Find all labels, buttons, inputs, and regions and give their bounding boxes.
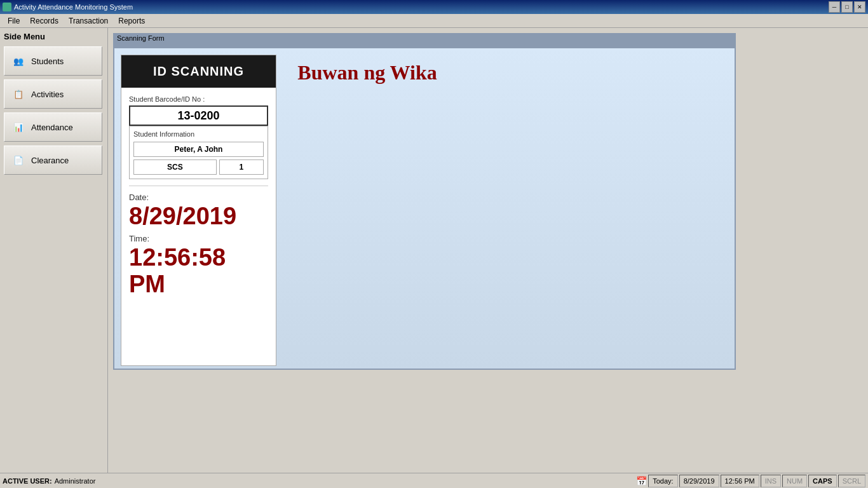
student-year: 1 <box>219 159 264 175</box>
ins-indicator: INS <box>761 475 781 487</box>
date-section: Date: 8/29/2019 <box>129 193 268 230</box>
status-bar: ACTIVE USER: Administrator 📅 Today: 8/29… <box>0 473 868 488</box>
event-title: Buwan ng Wika <box>297 61 437 85</box>
student-details: SCS 1 <box>133 159 264 175</box>
panel-title: Scanning Form <box>117 34 165 42</box>
time-label: Time: <box>129 234 268 243</box>
attendance-label: Attendance <box>31 123 73 132</box>
title-bar: Activity Attendance Monitoring System ─ … <box>0 0 868 14</box>
activities-label: Activities <box>31 90 64 99</box>
sidebar-item-activities[interactable]: 📋 Activities <box>4 79 102 109</box>
sidebar-item-attendance[interactable]: 📊 Attendance <box>4 112 102 142</box>
menu-records[interactable]: Records <box>25 15 64 27</box>
close-button[interactable]: ✕ <box>854 1 865 13</box>
student-info-section: Student Information Peter, A John SCS 1 <box>129 126 268 179</box>
today-date: 8/29/2019 <box>679 475 719 487</box>
num-indicator: NUM <box>782 475 807 487</box>
menu-transaction[interactable]: Transaction <box>64 15 113 27</box>
student-name: Peter, A John <box>133 142 264 157</box>
barcode-section: Student Barcode/ID No : <box>129 95 268 126</box>
caps-indicator: CAPS <box>808 475 837 487</box>
clearance-icon: 📄 <box>10 151 27 169</box>
activities-icon: 📋 <box>10 85 27 103</box>
menu-bar: File Records Transaction Reports <box>0 14 868 28</box>
window-controls[interactable]: ─ □ ✕ <box>829 1 865 13</box>
calendar-icon: 📅 <box>636 476 647 486</box>
content-area: Scanning Form ID SCANNING Student Barcod… <box>108 28 868 473</box>
time-value: 12:56:58 PM <box>129 245 268 298</box>
sidebar-title: Side Menu <box>4 32 104 41</box>
sidebar-item-clearance[interactable]: 📄 Clearance <box>4 146 102 175</box>
app-icon <box>3 3 11 11</box>
date-label: Date: <box>129 193 268 202</box>
sidebar-item-students[interactable]: 👥 Students <box>4 46 102 76</box>
today-label: Today: <box>648 475 677 487</box>
form-body: Student Barcode/ID No : Student Informat… <box>121 88 276 305</box>
active-user-label: ACTIVE USER: <box>3 477 52 485</box>
menu-reports[interactable]: Reports <box>113 15 150 27</box>
time-section: Time: 12:56:58 PM <box>129 234 268 298</box>
id-scanning-header: ID SCANNING <box>121 55 276 88</box>
sidebar: Side Menu 👥 Students 📋 Activities 📊 Atte… <box>0 28 108 473</box>
attendance-icon: 📊 <box>10 118 27 136</box>
menu-file[interactable]: File <box>3 15 25 27</box>
date-value: 8/29/2019 <box>129 203 268 230</box>
status-right: 📅 Today: 8/29/2019 12:56 PM INS NUM CAPS… <box>636 475 865 487</box>
students-label: Students <box>31 57 64 66</box>
barcode-label: Student Barcode/ID No : <box>129 95 268 103</box>
app-title: Activity Attendance Monitoring System <box>14 3 133 11</box>
username: Administrator <box>55 477 96 485</box>
student-info-title: Student Information <box>133 130 264 138</box>
main-layout: Side Menu 👥 Students 📋 Activities 📊 Atte… <box>0 28 868 473</box>
scanning-panel: Scanning Form ID SCANNING Student Barcod… <box>113 33 736 370</box>
minimize-button[interactable]: ─ <box>829 1 840 13</box>
student-dept: SCS <box>133 159 217 175</box>
current-time: 12:56 PM <box>721 475 759 487</box>
id-scanning-form: ID SCANNING Student Barcode/ID No : Stud… <box>121 55 276 366</box>
barcode-input[interactable] <box>129 105 268 126</box>
maximize-button[interactable]: □ <box>841 1 853 13</box>
students-icon: 👥 <box>10 52 27 70</box>
divider <box>129 186 268 186</box>
scrl-indicator: SCRL <box>838 475 865 487</box>
clearance-label: Clearance <box>31 156 69 165</box>
